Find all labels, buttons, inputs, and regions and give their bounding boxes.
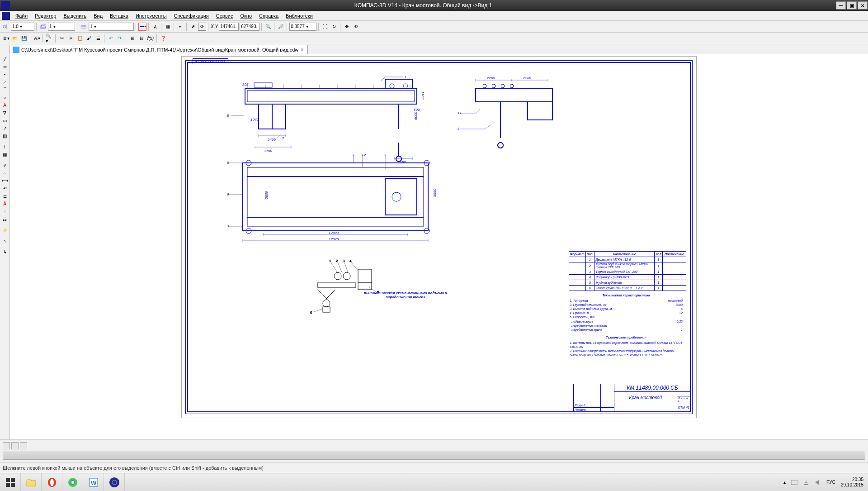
coord-y-input[interactable] bbox=[240, 23, 259, 31]
close-tab-icon[interactable]: × bbox=[300, 46, 304, 53]
tool-circle[interactable]: ○ bbox=[1, 94, 9, 101]
menu-select[interactable]: Выделить bbox=[60, 12, 90, 19]
help-icon[interactable]: ❓ bbox=[159, 34, 167, 43]
menu-file[interactable]: Файл bbox=[12, 12, 31, 19]
close-button[interactable]: ✕ bbox=[858, 1, 868, 10]
tool-mark[interactable]: ▭ bbox=[1, 117, 9, 124]
minimize-button[interactable]: — bbox=[836, 1, 846, 10]
tool-line[interactable]: ⟋ bbox=[1, 78, 9, 86]
network-icon[interactable] bbox=[803, 479, 809, 486]
menu-libs[interactable]: Библиотеки bbox=[282, 12, 316, 19]
fx-icon[interactable]: f(x) bbox=[146, 34, 155, 43]
props-icon[interactable]: ☰ bbox=[94, 34, 102, 43]
scale-combo[interactable]: 1.0▾ bbox=[11, 23, 34, 31]
round-icon[interactable]: ⟳ bbox=[198, 23, 206, 31]
tool-a[interactable]: Ā bbox=[1, 200, 9, 207]
undo-icon[interactable]: ↶ bbox=[107, 34, 115, 43]
line-style-pick[interactable]: ▾ bbox=[138, 23, 146, 31]
tool-arc[interactable]: ⌒ bbox=[1, 86, 9, 93]
fit-icon[interactable]: ⛶ bbox=[321, 23, 329, 31]
menu-help[interactable]: Справка bbox=[255, 12, 282, 19]
preview-icon[interactable]: 🔍▾ bbox=[45, 34, 53, 43]
menu-spec[interactable]: Спецификация bbox=[170, 12, 212, 19]
document-tab[interactable]: C:\Users\next\Desktop\ГПМ Курсовой проек… bbox=[9, 45, 308, 54]
layer-icon[interactable] bbox=[39, 23, 47, 31]
tool-insert[interactable]: ↳ bbox=[1, 248, 9, 255]
chevron-down-icon[interactable]: ▾ bbox=[19, 24, 24, 29]
chevron-down-icon[interactable]: ▾ bbox=[52, 24, 57, 29]
snap-icon[interactable]: ⌐ bbox=[176, 23, 184, 31]
cmd-auto-icon[interactable] bbox=[20, 442, 27, 449]
pan-icon[interactable]: ✥ bbox=[343, 23, 351, 31]
zoom-out-icon[interactable]: 🔎 bbox=[277, 23, 285, 31]
drawing-canvas[interactable]: 92.000'0068'41'WX 2400 1150 bbox=[10, 54, 868, 439]
menu-insert[interactable]: Вставка bbox=[106, 12, 132, 19]
tool-dim[interactable]: ⇔ bbox=[1, 63, 9, 70]
tool-geometry[interactable]: ╱ bbox=[1, 55, 9, 62]
menu-editor[interactable]: Редактор bbox=[31, 12, 60, 19]
redo-icon[interactable]: ↷ bbox=[116, 34, 124, 43]
tool-leader[interactable]: ↗ bbox=[1, 124, 9, 132]
kompas-button[interactable] bbox=[104, 473, 125, 491]
rotate-icon[interactable]: ⟲ bbox=[352, 23, 360, 31]
menu-tools[interactable]: Инструменты bbox=[132, 12, 170, 19]
volume-icon[interactable] bbox=[815, 479, 821, 486]
flag-icon[interactable] bbox=[791, 479, 797, 486]
lang-indicator[interactable]: РУС bbox=[826, 480, 835, 485]
tool-symmetry[interactable]: ⟷ bbox=[1, 177, 9, 184]
copy-icon[interactable]: ⎘ bbox=[67, 34, 75, 43]
tool-table[interactable]: ▦ bbox=[1, 151, 9, 158]
cmd-stop-icon[interactable] bbox=[3, 442, 10, 449]
tool-edit[interactable]: ✐ bbox=[1, 162, 9, 169]
lib1-icon[interactable]: ⊞ bbox=[128, 34, 137, 43]
linestyle-icon[interactable] bbox=[80, 23, 88, 31]
clock[interactable]: 20:35 29.10.2015 bbox=[841, 477, 863, 488]
zoom-in-icon[interactable]: 🔍 bbox=[264, 23, 272, 31]
save-icon[interactable]: 💾 bbox=[20, 34, 28, 43]
explorer-button[interactable] bbox=[21, 473, 42, 491]
style-combo[interactable]: 1▾ bbox=[89, 23, 134, 31]
chevron-down-icon[interactable]: ▾ bbox=[305, 24, 310, 29]
zoom-combo[interactable]: 0.3577▾ bbox=[289, 23, 316, 31]
tool-param[interactable]: ⚡ bbox=[1, 226, 9, 234]
tray-up-icon[interactable]: ▴ bbox=[783, 480, 786, 485]
menu-service[interactable]: Сервис bbox=[212, 12, 237, 19]
tool-text[interactable]: A bbox=[1, 101, 9, 109]
tool-textblock[interactable]: T bbox=[1, 143, 9, 150]
svg-point-54 bbox=[323, 300, 330, 307]
command-input[interactable] bbox=[3, 451, 865, 460]
tool-undo[interactable]: ↶ bbox=[1, 185, 9, 192]
tool-measure[interactable]: ⟂ bbox=[1, 208, 9, 215]
tab-pin-icon[interactable] bbox=[2, 46, 9, 53]
chrome-button[interactable] bbox=[62, 473, 83, 491]
word-button[interactable]: W bbox=[83, 473, 104, 491]
maximize-button[interactable]: ▣ bbox=[847, 1, 857, 10]
opera-button[interactable] bbox=[42, 473, 62, 491]
menu-window[interactable]: Окно bbox=[236, 12, 255, 19]
cmd-ok-icon[interactable] bbox=[11, 442, 19, 449]
new-icon[interactable]: 🗎▾ bbox=[2, 34, 10, 43]
para-icon[interactable] bbox=[2, 23, 10, 31]
open-icon[interactable]: 📂 bbox=[11, 34, 19, 43]
refresh-icon[interactable]: ↻ bbox=[330, 23, 338, 31]
tool-break[interactable]: ⊏ bbox=[1, 192, 9, 200]
angle-icon[interactable]: ∡ bbox=[151, 23, 159, 31]
cut-icon[interactable]: ✂ bbox=[58, 34, 66, 43]
grid-icon[interactable]: ▦ bbox=[164, 23, 172, 31]
paste-icon[interactable]: 📋 bbox=[76, 34, 84, 43]
coord-x-input[interactable] bbox=[219, 23, 239, 31]
print-icon[interactable]: 🖨▾ bbox=[33, 34, 41, 43]
tool-rough[interactable]: ∇ bbox=[1, 109, 9, 116]
menu-view[interactable]: Вид bbox=[90, 12, 106, 19]
start-button[interactable] bbox=[0, 473, 21, 491]
tool-point[interactable]: • bbox=[1, 71, 9, 78]
lib2-icon[interactable]: ⊟ bbox=[137, 34, 146, 43]
chevron-down-icon[interactable]: ▾ bbox=[93, 24, 98, 29]
format-icon[interactable]: 🖌 bbox=[85, 34, 93, 43]
tool-spec[interactable]: ☷ bbox=[1, 215, 9, 223]
tool-fillet[interactable]: ⌢ bbox=[1, 169, 9, 176]
layer-combo[interactable]: 1▾ bbox=[48, 23, 75, 31]
tool-hatch[interactable]: ▨ bbox=[1, 132, 9, 139]
tool-spline[interactable]: ∿ bbox=[1, 237, 9, 244]
ortho-icon[interactable]: ⬈ bbox=[189, 23, 197, 31]
